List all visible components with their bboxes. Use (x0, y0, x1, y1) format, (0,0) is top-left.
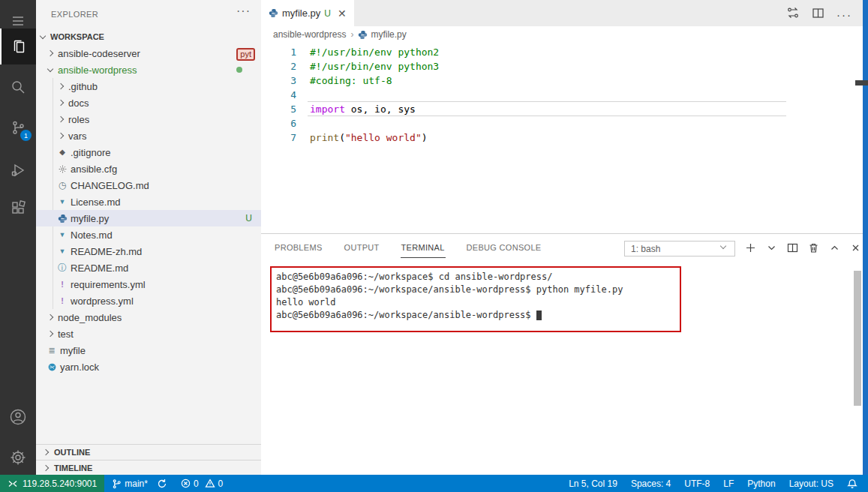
new-terminal-icon[interactable] (744, 242, 756, 254)
tree-item-roles[interactable]: roles (36, 111, 261, 128)
launch-profile-chevron-icon[interactable] (765, 242, 777, 254)
panel-tab-bar: PROBLEMSOUTPUTTERMINALDEBUG CONSOLE (274, 234, 542, 260)
tree-filter-badge: pyt (236, 48, 255, 61)
terminal-line: hello world (276, 296, 623, 309)
chevron-down-icon (47, 65, 53, 71)
code-editor[interactable]: 1#!/usr/bin/env python22#!/usr/bin/env p… (261, 43, 848, 233)
breadcrumb-item[interactable]: ansible-wordpress (273, 29, 346, 40)
info-file-icon: ⓘ (57, 262, 68, 273)
markdown-file-icon: ▼ (57, 196, 68, 207)
config-gear-icon (57, 164, 68, 175)
tree-item--github[interactable]: .github (36, 78, 261, 94)
terminal-actions (744, 242, 861, 254)
window-right-edge-strip (863, 0, 868, 492)
terminal-selector-dropdown[interactable]: 1: bash (624, 241, 735, 256)
tab-label: myfile.py (282, 8, 320, 19)
terminal-scrollbar-thumb[interactable] (854, 271, 861, 406)
panel-tab-output[interactable]: OUTPUT (344, 236, 380, 257)
section-timeline[interactable]: TIMELINE (36, 460, 261, 476)
line-number: 4 (261, 88, 296, 102)
markdown-file-icon: ▼ (57, 230, 68, 240)
terminal-line: abc@5e6b09a6a096:~/workspace/ansible-wor… (276, 284, 623, 296)
status-item-utf-8[interactable]: UTF-8 (680, 475, 714, 492)
account-icon[interactable] (0, 400, 36, 434)
panel-tab-debug-console[interactable]: DEBUG CONSOLE (466, 236, 542, 257)
tree-item-ansible-codeserver[interactable]: ansible-codeserver (36, 45, 261, 62)
tab-myfile-py[interactable]: myfile.py U ✕ (261, 0, 354, 26)
tab-untracked-badge: U (324, 8, 331, 19)
tree-item-ansible-wordpress[interactable]: ansible-wordpress (36, 62, 261, 78)
branch-label: main* (125, 478, 148, 489)
section-outline[interactable]: OUTLINE (36, 444, 261, 460)
tree-item-myfile-py[interactable]: myfile.pyU (36, 210, 261, 226)
sidebar-item-search[interactable] (0, 70, 36, 104)
status-item-layout-us[interactable]: Layout: US (785, 475, 838, 492)
tree-item-changelog-md[interactable]: ◷CHANGELOG.md (36, 177, 261, 194)
tree-item-docs[interactable]: docs (36, 94, 261, 111)
chevron-down-icon (720, 243, 726, 249)
split-terminal-icon[interactable] (786, 242, 798, 254)
notifications-bell-icon[interactable] (842, 475, 857, 492)
tab-close-icon[interactable]: ✕ (338, 8, 347, 20)
chevron-right-icon (58, 116, 64, 122)
tree-item-ansible-cfg[interactable]: ansible.cfg (36, 160, 261, 177)
tree-item-license-md[interactable]: ▼License.md (36, 194, 261, 210)
line-number: 3 (261, 74, 296, 88)
bottom-panel: PROBLEMSOUTPUTTERMINALDEBUG CONSOLE 1: b… (261, 233, 863, 475)
tree-item-readme-zh-md[interactable]: ▼README-zh.md (36, 243, 261, 260)
explorer-title: EXPLORER (51, 10, 98, 19)
editor-scrollbar-thumb[interactable] (855, 80, 868, 86)
tree-item-vars[interactable]: vars (36, 128, 261, 144)
code-line: 6 (261, 116, 848, 130)
explorer-sidebar: EXPLORER ··· WORKSPACE ansible-codeserve… (36, 0, 261, 475)
tree-item-readme-md[interactable]: ⓘREADME.md (36, 260, 261, 276)
chevron-down-icon (40, 32, 46, 38)
status-item-spaces-4[interactable]: Spaces: 4 (626, 475, 675, 492)
editor-actions: ··· (786, 6, 852, 22)
scm-changes-badge: 1 (20, 130, 32, 141)
tree-item-requirements-yml[interactable]: !requirements.yml (36, 276, 261, 292)
tree-item--gitignore[interactable]: ◆.gitignore (36, 144, 261, 160)
sync-changes-button[interactable] (152, 475, 172, 492)
tree-item-wordpress-yml[interactable]: !wordpress.yml (36, 292, 261, 309)
status-item-python[interactable]: Python (743, 475, 779, 492)
settings-gear-icon[interactable] (0, 441, 36, 474)
tree-item-node-modules[interactable]: node_modules (36, 309, 261, 326)
remote-indicator[interactable]: 119.28.5.240:9001 (0, 475, 104, 492)
status-item-lf[interactable]: LF (719, 475, 738, 492)
breadcrumb[interactable]: ansible-wordpress›myfile.py (261, 26, 863, 43)
sidebar-item-run-debug[interactable] (0, 154, 36, 187)
panel-tab-terminal[interactable]: TERMINAL (401, 236, 446, 258)
terminal-output[interactable]: abc@5e6b09a6a096:~/workspace$ cd ansible… (276, 271, 623, 322)
line-number: 1 (261, 45, 296, 59)
workspace-section-header[interactable]: WORKSPACE (36, 28, 261, 45)
git-branch-status[interactable]: main* (107, 475, 152, 492)
kill-terminal-trash-icon[interactable] (807, 242, 819, 254)
tree-item-notes-md[interactable]: ▼Notes.md (36, 226, 261, 243)
line-number: 2 (261, 59, 296, 74)
open-changes-icon[interactable] (786, 6, 800, 22)
chevron-right-icon (58, 83, 64, 89)
editor-more-actions-icon[interactable]: ··· (836, 8, 852, 21)
split-editor-icon[interactable] (812, 7, 824, 22)
close-panel-icon[interactable] (849, 242, 861, 254)
chevron-right-icon (47, 331, 53, 337)
status-item-ln-5-col-19[interactable]: Ln 5, Col 19 (564, 475, 622, 492)
breadcrumb-item[interactable]: myfile.py (358, 29, 406, 40)
folder-status-dot (236, 67, 242, 73)
editor-group: myfile.py U ✕ ··· ansible-wordpress›myfi… (261, 0, 863, 233)
vscode-window: 1 EXPLORER ··· WORKSPACE ansible-codeser… (0, 0, 868, 492)
yaml-file-icon: ! (57, 279, 68, 290)
tree-item-myfile[interactable]: ≣myfile (36, 342, 261, 358)
sidebar-item-extensions[interactable] (0, 191, 36, 224)
chevron-right-icon (58, 100, 64, 106)
maximize-panel-icon[interactable] (828, 242, 840, 254)
problems-status[interactable]: 0 0 (176, 475, 227, 492)
code-line: 4 (261, 88, 848, 102)
sidebar-item-explorer[interactable] (0, 28, 36, 64)
panel-tab-problems[interactable]: PROBLEMS (274, 236, 323, 257)
tree-item-test[interactable]: test (36, 326, 261, 342)
sidebar-item-source-control[interactable]: 1 (0, 111, 36, 144)
tree-item-yarn-lock[interactable]: yarn.lock (36, 358, 261, 375)
explorer-more-actions-icon[interactable]: ··· (236, 4, 251, 18)
